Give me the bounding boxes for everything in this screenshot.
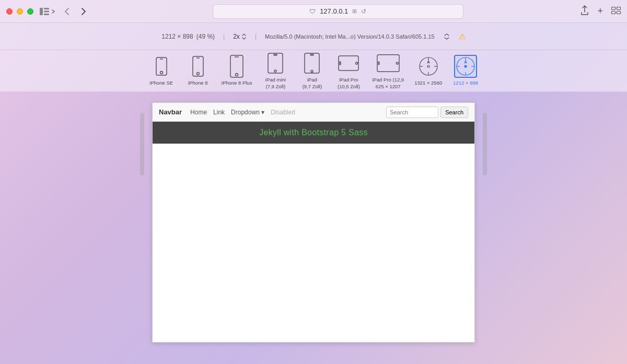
svg-rect-5: [617, 7, 621, 10]
separator2: |: [255, 33, 257, 40]
sidebar-toggle[interactable]: [40, 8, 55, 15]
iphone-8-plus-label: iPhone 8 Plus: [222, 80, 252, 86]
nav-disabled: Disabled: [271, 109, 295, 116]
svg-rect-25: [340, 62, 341, 65]
svg-rect-3: [44, 14, 49, 15]
scale-selector[interactable]: 2x: [233, 33, 247, 40]
shield-icon: 🛡: [309, 8, 316, 15]
ipad-pro-105-label: iPad Pro(10,5 Zoll): [338, 77, 360, 90]
ua-selector-icon[interactable]: [443, 33, 450, 40]
svg-point-30: [427, 65, 429, 67]
iphone-se-icon-wrap: [150, 55, 173, 78]
svg-point-18: [274, 70, 276, 72]
nav-dropdown[interactable]: Dropdown ▾: [231, 109, 264, 116]
device-ipad[interactable]: iPad(9,7 Zoll): [299, 52, 325, 90]
maximize-button[interactable]: [27, 8, 33, 15]
toolbar-right: +: [580, 5, 621, 18]
dimensions-text: 1212 × 898: [161, 33, 193, 40]
tab-overview-icon[interactable]: [611, 7, 621, 16]
svg-point-12: [196, 73, 199, 75]
ipad-pro-129-icon-wrap: [377, 52, 400, 75]
device-ipad-pro-129[interactable]: iPad Pro (12,9625 × 1207: [372, 52, 404, 90]
ipad-pro-105-icon: [338, 55, 359, 71]
res-1321-label: 1321 × 2560: [414, 80, 442, 86]
device-res-1212[interactable]: 1212 × 898: [452, 55, 479, 86]
share-icon[interactable]: [580, 5, 589, 18]
device-res-1321[interactable]: 1321 × 2560: [414, 55, 442, 86]
jumbotron-text: Jekyll with Bootstrap 5 Sass: [259, 128, 368, 137]
nav-home-link[interactable]: Home: [190, 109, 207, 116]
svg-rect-22: [310, 54, 314, 55]
iphone-se-label: iPhone SE: [149, 80, 173, 86]
svg-rect-6: [612, 11, 616, 14]
ipad-pro-129-icon: [377, 54, 400, 73]
device-ipad-pro-105[interactable]: iPad Pro(10,5 Zoll): [335, 52, 362, 90]
page-jumbotron: Jekyll with Bootstrap 5 Sass: [153, 122, 474, 144]
svg-point-21: [311, 71, 313, 73]
device-iphone-8-plus[interactable]: iPhone 8 Plus: [222, 55, 252, 86]
ipad-pro-129-label: iPad Pro (12,9625 × 1207: [372, 77, 404, 90]
iphone-8-label: iPhone 8: [188, 80, 208, 86]
browser-preview: Navbar Home Link Dropdown ▾ Disabled Sea…: [152, 102, 475, 343]
device-iphone-8[interactable]: iPhone 8: [185, 55, 211, 86]
compass-1321-icon: [419, 56, 438, 76]
address-bar-container: 🛡 127.0.0.1 ⊞ ↺: [95, 4, 580, 19]
ipad-pro-105-icon-wrap: [337, 52, 360, 75]
device-iphone-se[interactable]: iPhone SE: [148, 55, 175, 86]
ipad-mini-icon: [268, 53, 283, 74]
main-area: Navbar Home Link Dropdown ▾ Disabled Sea…: [0, 92, 627, 364]
res-1321-icon-wrap: [417, 55, 440, 78]
res-1212-label: 1212 × 898: [453, 80, 478, 86]
forward-button[interactable]: [76, 4, 91, 19]
ipad-label: iPad(9,7 Zoll): [303, 77, 322, 90]
url-text: 127.0.0.1: [320, 7, 348, 15]
svg-rect-7: [617, 11, 621, 14]
compass-1212-icon: [456, 56, 475, 76]
scale-value: 2x: [233, 33, 240, 40]
iphone-8-plus-icon: [230, 55, 243, 78]
new-tab-icon[interactable]: +: [597, 6, 603, 17]
nav-link[interactable]: Link: [213, 109, 225, 116]
svg-rect-8: [156, 57, 167, 75]
search-button[interactable]: Search: [440, 107, 468, 118]
svg-point-15: [236, 74, 238, 76]
search-input[interactable]: [386, 107, 438, 118]
left-scrollbar[interactable]: [140, 113, 144, 175]
title-bar: 🛡 127.0.0.1 ⊞ ↺ +: [0, 0, 627, 23]
warning-icon: ⚠: [459, 32, 466, 41]
reload-icon[interactable]: ↺: [361, 8, 366, 15]
minimize-button[interactable]: [17, 8, 23, 15]
svg-point-36: [465, 65, 467, 67]
back-button[interactable]: [60, 4, 74, 19]
dimension-info: 1212 × 898 (49 %): [161, 33, 215, 40]
svg-rect-14: [230, 55, 243, 77]
svg-rect-1: [44, 8, 49, 9]
close-button[interactable]: [6, 8, 13, 15]
ipad-mini-label: iPad mini(7,9 Zoll): [265, 77, 286, 90]
nav-links: Home Link Dropdown ▾ Disabled: [190, 109, 378, 116]
reader-icon: ⊞: [352, 8, 357, 15]
right-scrollbar[interactable]: [483, 113, 487, 175]
svg-point-27: [396, 62, 398, 64]
iphone-8-icon: [192, 56, 204, 77]
address-bar[interactable]: 🛡 127.0.0.1 ⊞ ↺: [213, 4, 463, 19]
nav-arrows: [60, 4, 91, 19]
page-navbar: Navbar Home Link Dropdown ▾ Disabled Sea…: [153, 103, 474, 122]
user-agent-string: Mozilla/5.0 (Macintosh; Intel Ma...o) Ve…: [265, 33, 435, 40]
ipad-icon-wrap: [300, 52, 323, 75]
page-body: [153, 144, 474, 342]
percentage-text: (49 %): [196, 33, 215, 40]
ipad-mini-icon-wrap: [264, 52, 287, 75]
ipad-icon: [304, 53, 320, 74]
svg-rect-11: [193, 56, 203, 76]
device-ipad-mini[interactable]: iPad mini(7,9 Zoll): [262, 52, 288, 90]
separator1: |: [223, 33, 225, 40]
res-1212-icon-wrap: [454, 55, 477, 78]
traffic-lights: [6, 8, 33, 15]
svg-rect-28: [378, 62, 379, 65]
iphone-se-icon: [156, 57, 167, 76]
svg-rect-2: [44, 10, 49, 12]
svg-rect-4: [612, 7, 616, 10]
svg-rect-0: [40, 8, 43, 15]
svg-point-9: [160, 72, 162, 74]
